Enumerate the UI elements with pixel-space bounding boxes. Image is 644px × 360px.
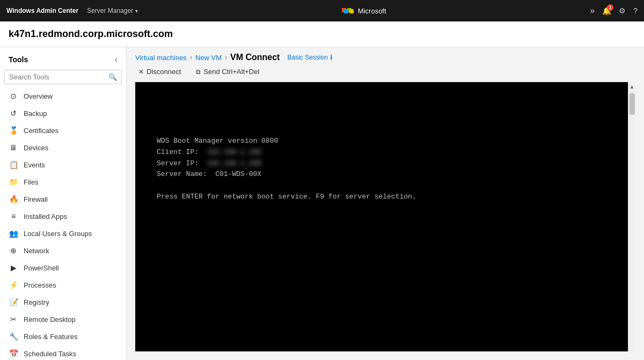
send-ctrl-icon: ⧉ [196,68,201,76]
events-icon: 📋 [9,160,18,169]
sidebar-item-label: Events [24,161,45,169]
console-line-0: WDS Boot Manager version 0800 [157,136,416,147]
sidebar-item-overview[interactable]: ⊙ Overview [0,87,126,105]
topbar-center: Microsoft [342,7,386,15]
sidebar-item-label: Overview [24,92,53,100]
sidebar-item-label: Remote Desktop [24,315,76,324]
sidebar-item-label: Installed Apps [24,212,67,221]
main-layout: Tools ‹ 🔍 ⊙ Overview ↺ Backup 🏅 Certific… [0,47,644,360]
sidebar-item-scheduled-tasks[interactable]: 📅 Scheduled Tasks [0,345,126,360]
sidebar-item-roles-features[interactable]: 🔧 Roles & Features [0,328,126,345]
firewall-icon: 🔥 [9,195,18,203]
sidebar-collapse-button[interactable]: ‹ [113,53,120,67]
sidebar-item-backup[interactable]: ↺ Backup [0,105,126,122]
sidebar-item-local-users[interactable]: 👥 Local Users & Groups [0,225,126,242]
send-ctrl-alt-del-button[interactable]: ⧉ Send Ctrl+Alt+Del [193,65,262,78]
sidebar-item-network[interactable]: ⊕ Network [0,242,126,259]
console-line-1: Client IP: 192.168.1.100 [157,147,416,158]
network-icon: ⊕ [9,246,18,255]
local-users-icon: 👥 [9,229,18,238]
certificates-icon: 🏅 [9,126,18,135]
sidebar: Tools ‹ 🔍 ⊙ Overview ↺ Backup 🏅 Certific… [0,47,127,360]
files-icon: 📁 [9,178,18,186]
ms-brand-text: Microsoft [358,7,386,15]
sidebar-item-installed-apps[interactable]: ≡ Installed Apps [0,208,126,225]
remote-desktop-icon: ✂ [9,315,18,324]
breadcrumb-current: VM Connect [230,53,280,62]
basic-session-label: Basic Session [287,54,327,61]
help-icon[interactable]: ? [633,6,638,15]
console-line-4 [157,180,416,192]
sidebar-search-container: 🔍 [4,70,122,84]
disconnect-label: Disconnect [147,68,181,76]
sidebar-item-label: Firewall [24,195,48,203]
sidebar-item-label: Local Users & Groups [24,230,92,238]
disconnect-icon: ✕ [138,68,144,76]
powershell-icon: ▶ [9,263,18,272]
roles-features-icon: 🔧 [9,332,18,341]
topbar-brand: Windows Admin Center [6,7,78,14]
topbar: Windows Admin Center Server Manager ▾ Mi… [0,0,644,21]
sidebar-item-label: Roles & Features [24,333,77,341]
settings-icon[interactable]: ⚙ [619,6,626,15]
sidebar-item-certificates[interactable]: 🏅 Certificates [0,122,126,139]
scroll-up-icon[interactable]: ▲ [630,82,635,91]
console-line-3: Server Name: C01-WDS-00X [157,169,416,180]
sidebar-item-label: Processes [24,281,56,289]
sidebar-item-label: Certificates [24,127,58,135]
sidebar-item-registry[interactable]: 📝 Registry [0,293,126,311]
sidebar-item-label: Backup [24,109,47,117]
content-area: Virtual machines › New VM › VM Connect B… [127,47,644,360]
ms-logo-blue [344,9,348,13]
ms-logo-yellow [349,9,354,13]
info-icon: ℹ [330,54,333,61]
sidebar-item-label: Devices [24,144,48,152]
sidebar-item-remote-desktop[interactable]: ✂ Remote Desktop [0,311,126,328]
send-ctrl-label: Send Ctrl+Alt+Del [203,68,259,76]
topbar-left: Windows Admin Center Server Manager ▾ [6,7,138,14]
vm-console[interactable]: WDS Boot Manager version 0800 Client IP:… [135,82,635,351]
client-ip-blurred: 192.168.1.100 [207,148,261,156]
console-line-2: Server IP: 192.168.1.200 [157,158,416,170]
search-icon: 🔍 [104,70,121,84]
basic-session-badge[interactable]: Basic Session ℹ [287,54,332,61]
breadcrumb-sep-2: › [225,54,227,61]
overview-icon: ⊙ [9,92,18,100]
toolbar: ✕ Disconnect ⧉ Send Ctrl+Alt+Del [127,62,644,82]
breadcrumb-sep-1: › [190,54,192,61]
sidebar-nav: ⊙ Overview ↺ Backup 🏅 Certificates 🖥 Dev… [0,87,126,360]
sidebar-item-label: PowerShell [24,264,59,272]
breadcrumb-new-vm[interactable]: New VM [195,54,222,62]
console-line-5: Press ENTER for network boot service. F9… [157,192,416,203]
vm-console-text: WDS Boot Manager version 0800 Client IP:… [135,82,438,256]
topbar-right: » 🔔 1 ⚙ ? [590,6,638,16]
server-bar: k47n1.redmond.corp.microsoft.com [0,21,644,47]
sidebar-item-processes[interactable]: ⚡ Processes [0,276,126,293]
sidebar-item-files[interactable]: 📁 Files [0,173,126,190]
backup-icon: ↺ [9,109,18,117]
ms-logo [342,8,354,13]
sidebar-item-powershell[interactable]: ▶ PowerShell [0,259,126,276]
scheduled-tasks-icon: 📅 [9,349,18,358]
registry-icon: 📝 [9,298,18,306]
scrollbar-thumb[interactable] [630,93,635,115]
sidebar-title: Tools [9,55,28,64]
sidebar-item-label: Registry [24,298,49,306]
notifications-icon[interactable]: 🔔 1 [602,6,611,15]
server-title: k47n1.redmond.corp.microsoft.com [9,28,173,40]
installed-apps-icon: ≡ [9,212,18,221]
breadcrumb-virtual-machines[interactable]: Virtual machines [135,54,187,62]
search-input[interactable] [5,70,104,84]
server-ip-blurred: 192.168.1.200 [207,159,261,167]
breadcrumb: Virtual machines › New VM › VM Connect B… [127,47,644,62]
console-scrollbar[interactable]: ▲ [628,82,635,351]
sidebar-item-events[interactable]: 📋 Events [0,156,126,173]
sidebar-item-firewall[interactable]: 🔥 Firewall [0,190,126,208]
server-manager-label: Server Manager [87,7,133,14]
sidebar-item-label: Scheduled Tasks [24,350,76,358]
sidebar-item-devices[interactable]: 🖥 Devices [0,139,126,156]
server-manager-menu[interactable]: Server Manager ▾ [87,7,138,14]
disconnect-button[interactable]: ✕ Disconnect [135,65,184,78]
sidebar-item-label: Files [24,178,38,186]
expand-icon[interactable]: » [590,6,595,16]
